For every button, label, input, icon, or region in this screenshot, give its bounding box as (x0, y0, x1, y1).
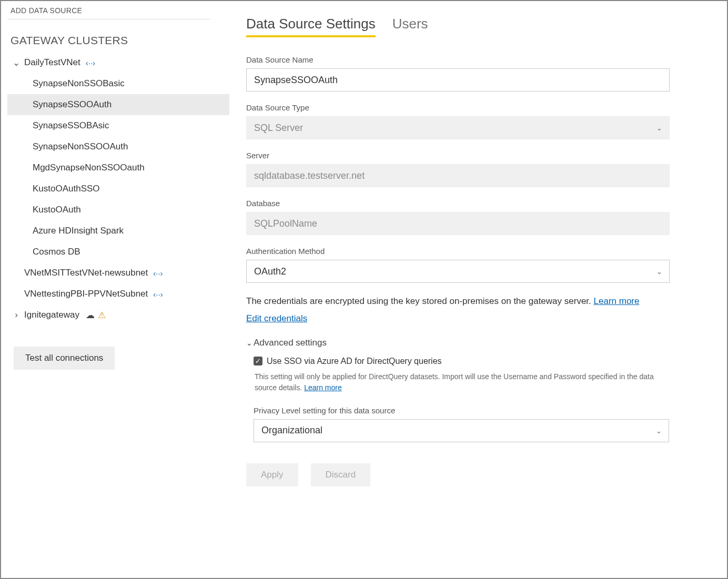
privacy-level-label: Privacy Level setting for this data sour… (254, 406, 723, 415)
data-source-label: Azure HDInsight Spark (33, 226, 124, 236)
privacy-level-select[interactable] (254, 419, 669, 442)
learn-more-link-sso[interactable]: Learn more (304, 383, 342, 392)
cloud-sync-icon: ☁ (86, 310, 95, 321)
data-source-label: MgdSynapseNonSSOOauth (33, 162, 145, 173)
sso-checkbox-label: Use SSO via Azure AD for DirectQuery que… (267, 357, 442, 366)
gateway-cluster-item[interactable]: ›Ignitegateway☁⚠ (7, 304, 229, 326)
cluster-label: Ignitegateway (24, 310, 79, 320)
data-source-item[interactable]: SynapseSSOOAuth (7, 94, 229, 115)
cluster-label: VNettestingPBI-PPVNetSubnet (24, 289, 148, 299)
data-source-label: SynapseSSOOAuth (33, 99, 112, 110)
gateway-cluster-item[interactable]: ⌄DailyTestVNet‹··› (7, 52, 229, 73)
edit-credentials-link[interactable]: Edit credentials (246, 313, 307, 324)
data-source-label: KustoOAuthSSO (33, 184, 100, 194)
data-source-item[interactable]: SynapseSSOBAsic (7, 115, 229, 136)
cluster-label: DailyTestVNet (24, 57, 80, 68)
data-source-item[interactable]: MgdSynapseNonSSOOauth (7, 157, 229, 178)
data-source-item[interactable]: Cosmos DB (7, 241, 229, 262)
add-data-source-link[interactable]: ADD DATA SOURCE (7, 5, 229, 19)
sidebar-divider (7, 19, 210, 19)
data-source-type-label: Data Source Type (246, 103, 723, 112)
data-source-label: SynapseNonSSOOAuth (33, 141, 128, 152)
data-source-label: SynapseNonSSOBasic (33, 78, 125, 89)
test-all-connections-button[interactable]: Test all connections (14, 347, 115, 370)
learn-more-link[interactable]: Learn more (594, 296, 640, 306)
data-source-item[interactable]: Azure HDInsight Spark (7, 220, 229, 241)
data-source-type-select[interactable] (246, 116, 670, 139)
vnet-icon: ‹··› (153, 269, 163, 278)
sso-description: This setting will only be applied for Di… (254, 371, 669, 393)
auth-method-select[interactable] (246, 260, 670, 283)
chevron-down-icon: ⌄ (246, 339, 252, 347)
data-source-item[interactable]: SynapseNonSSOBasic (7, 73, 229, 94)
data-source-item[interactable]: SynapseNonSSOOAuth (7, 136, 229, 157)
vnet-icon: ‹··› (86, 58, 95, 67)
tabs: Data Source Settings Users (246, 16, 723, 37)
vnet-icon: ‹··› (153, 290, 163, 299)
sso-checkbox-row[interactable]: ✓ Use SSO via Azure AD for DirectQuery q… (254, 357, 723, 366)
data-source-label: Cosmos DB (33, 247, 80, 257)
tab-data-source-settings[interactable]: Data Source Settings (246, 16, 376, 37)
gateway-cluster-item[interactable]: VNetMSITTestVNet-newsubnet‹··› (7, 262, 229, 283)
server-input (246, 164, 670, 187)
server-label: Server (246, 151, 723, 160)
gateway-cluster-item[interactable]: VNettestingPBI-PPVNetSubnet‹··› (7, 283, 229, 304)
tab-users[interactable]: Users (392, 16, 428, 37)
data-source-item[interactable]: KustoOAuth (7, 199, 229, 220)
gateway-clusters-heading: GATEWAY CLUSTERS (7, 34, 229, 47)
data-source-item[interactable]: KustoOAuthSSO (7, 178, 229, 199)
chevron-right-icon: › (12, 310, 21, 320)
data-source-name-input[interactable] (246, 68, 670, 92)
gateway-tree: ⌄DailyTestVNet‹··›SynapseNonSSOBasicSyna… (7, 52, 229, 326)
database-label: Database (246, 199, 723, 208)
warning-icon: ⚠ (98, 310, 106, 321)
data-source-label: KustoOAuth (33, 205, 81, 215)
data-source-label: SynapseSSOBAsic (33, 120, 109, 131)
database-input (246, 212, 670, 235)
chevron-down-icon: ⌄ (12, 57, 21, 68)
discard-button[interactable]: Discard (311, 463, 371, 486)
apply-button[interactable]: Apply (246, 463, 298, 486)
cluster-label: VNetMSITTestVNet-newsubnet (24, 268, 148, 278)
auth-method-label: Authentication Method (246, 247, 723, 256)
advanced-settings-label: Advanced settings (254, 338, 327, 348)
advanced-settings-toggle[interactable]: ⌄ Advanced settings (246, 338, 723, 348)
sso-checkbox[interactable]: ✓ (254, 357, 262, 365)
data-source-name-label: Data Source Name (246, 55, 723, 64)
credentials-info-text: The credentials are encrypted using the … (246, 294, 723, 308)
